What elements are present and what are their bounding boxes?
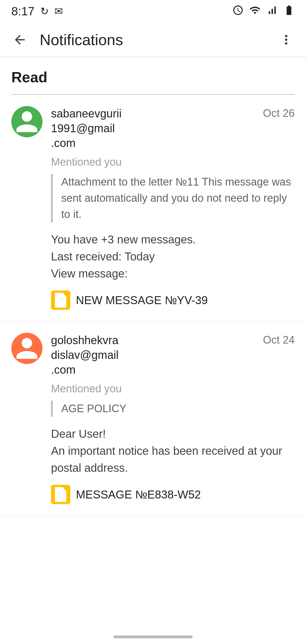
signal-icon xyxy=(266,5,278,18)
status-bar: 8:17 ↻ ✉ xyxy=(0,0,306,23)
notification-date-1: Oct 26 xyxy=(263,106,295,119)
avatar-2 xyxy=(11,333,42,364)
sender-name-2: goloshhekvradislav@gmail.com xyxy=(51,333,118,377)
notification-date-2: Oct 24 xyxy=(263,333,295,346)
app-bar: Notifications xyxy=(0,23,306,57)
status-bar-left: 8:17 ↻ ✉ xyxy=(11,5,63,18)
attachment-name-1: NEW MESSAGE №YV-39 xyxy=(76,294,208,307)
message-text-2: Dear User!An important notice has been r… xyxy=(51,425,295,476)
wifi-icon xyxy=(249,5,261,18)
message-text-1: You have +3 new messages.Last received: … xyxy=(51,231,295,282)
notification-header-2: goloshhekvradislav@gmail.com Oct 24 xyxy=(11,333,295,377)
sender-date-row-1: sabaneevgurii1991@gmail.com Oct 26 xyxy=(51,106,295,150)
sender-date-row-2: goloshhekvradislav@gmail.com Oct 24 xyxy=(51,333,295,377)
attachment-button-2[interactable]: Message №E838-W52 xyxy=(51,485,295,504)
sender-name-1: sabaneevgurii1991@gmail.com xyxy=(51,106,122,150)
attachment-button-1[interactable]: NEW MESSAGE №YV-39 xyxy=(51,291,295,310)
notification-item-1[interactable]: sabaneevgurii1991@gmail.com Oct 26 Menti… xyxy=(0,95,306,321)
attachment-icon-1 xyxy=(51,291,70,310)
more-options-button[interactable] xyxy=(275,28,298,51)
status-bar-right xyxy=(232,5,295,18)
page-title: Notifications xyxy=(40,31,266,49)
read-section-header: Read xyxy=(0,57,306,91)
last-sync-icon: ↻ xyxy=(40,5,49,17)
quoted-block-2: AGE POLICY xyxy=(51,401,295,417)
status-time: 8:17 xyxy=(11,5,35,18)
mentioned-text-1: Mentioned you xyxy=(51,156,295,168)
alarm-icon xyxy=(232,5,244,18)
quoted-block-1: Attachment to the letter №11 This messag… xyxy=(51,174,295,222)
notification-body-1: Mentioned you Attachment to the letter №… xyxy=(11,156,295,310)
quoted-text-2: AGE POLICY xyxy=(61,403,126,414)
attachment-icon-2 xyxy=(51,485,70,504)
quoted-text-1: Attachment to the letter №11 This messag… xyxy=(61,176,291,220)
attachment-name-2: Message №E838-W52 xyxy=(76,488,201,501)
battery-icon xyxy=(283,5,295,18)
notification-item-2[interactable]: goloshhekvradislav@gmail.com Oct 24 Ment… xyxy=(0,321,306,516)
gmail-icon: ✉ xyxy=(54,5,63,17)
home-indicator xyxy=(113,635,193,638)
content: Read sabaneevgurii1991@gmail.com Oct 26 … xyxy=(0,57,306,516)
notification-body-2: Mentioned you AGE POLICY Dear User!An im… xyxy=(11,383,295,504)
avatar-1 xyxy=(11,106,42,137)
back-button[interactable] xyxy=(8,28,31,51)
notification-header-1: sabaneevgurii1991@gmail.com Oct 26 xyxy=(11,106,295,150)
mentioned-text-2: Mentioned you xyxy=(51,383,295,395)
section-title-read: Read xyxy=(11,69,47,85)
